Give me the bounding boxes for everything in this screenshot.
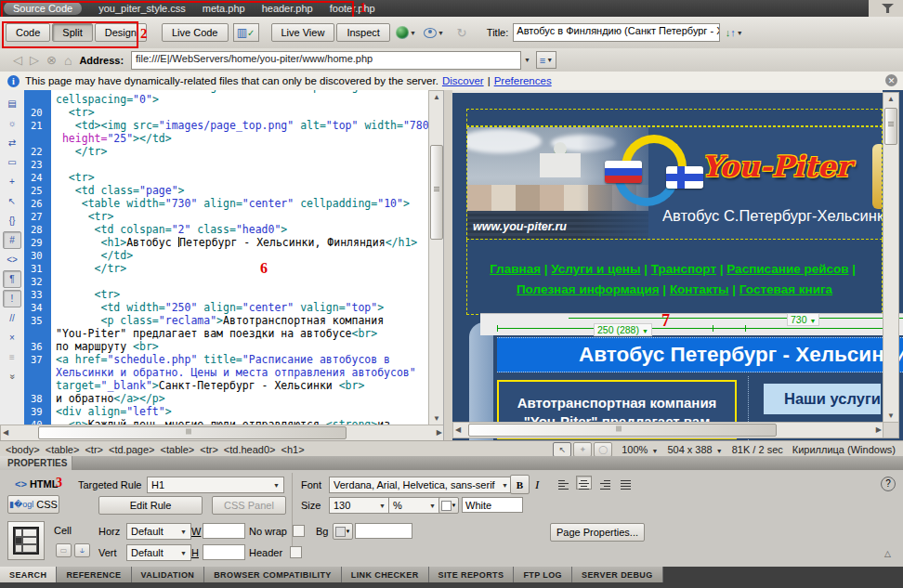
design-vertical-scrollbar[interactable]: ▲ ▼ [883, 92, 899, 424]
home-icon[interactable]: ⌂ [64, 53, 72, 68]
column-width-menu[interactable]: 250 (288) ▼ [594, 323, 652, 336]
bg-value-input[interactable] [355, 523, 412, 539]
collapse-full-tag-icon[interactable]: ⇄ [3, 134, 21, 151]
targeted-rule-select[interactable]: H1▼ [147, 477, 284, 493]
size-select[interactable]: 130▼ [329, 497, 390, 514]
file-get-put-icon[interactable]: ↓↑▼ [723, 23, 745, 42]
table-width-menu[interactable]: 730 ▼ [787, 313, 819, 326]
bg-color-swatch[interactable]: ▼ [333, 523, 353, 540]
collapse-selection-icon[interactable]: ▭ [3, 153, 21, 171]
code-text[interactable]: <td><img src="images/page_top.png" alt="… [51, 119, 428, 132]
panel-tab-link-checker[interactable]: LINK CHECKER [342, 567, 429, 582]
tag-selector-item[interactable]: <tr> [200, 444, 218, 455]
code-text[interactable]: cellspacing="0"> [51, 93, 159, 106]
split-cell-icon[interactable]: ⫝ [74, 543, 90, 557]
code-text[interactable]: Хельсинки и обратно. Цены и места отправ… [51, 366, 416, 379]
nav-link[interactable]: Контакты [670, 282, 729, 296]
design-view[interactable]: You-Piter Автобус С.Петербург-Хельсинки … [452, 90, 903, 440]
design-hscroll-thumb[interactable] [468, 424, 777, 437]
tag-selector-item[interactable]: <td.page> [109, 444, 155, 455]
code-text[interactable]: </tr> [51, 262, 126, 275]
tag-selector-item[interactable]: <table> [161, 444, 195, 455]
infobar-close-icon[interactable]: ✕ [885, 74, 897, 86]
code-text[interactable]: <tr> [51, 210, 113, 223]
align-center-icon[interactable] [576, 476, 592, 490]
nav-link[interactable]: Транспорт [651, 262, 716, 276]
code-text[interactable]: <td width="250" align="center" valign="t… [51, 301, 384, 314]
tag-selector-item[interactable]: <table> [46, 444, 80, 455]
help-icon[interactable]: ? [881, 477, 896, 491]
code-text[interactable] [51, 275, 56, 288]
window-size-select[interactable]: 504 x 388 ▼ [667, 444, 722, 455]
magnification-select[interactable]: 100% ▼ [622, 444, 658, 455]
design-scroll-thumb[interactable] [884, 108, 897, 145]
nav-link[interactable]: Полезная информация [517, 282, 660, 296]
design-horizontal-scrollbar[interactable]: ◀ ▶ [452, 422, 884, 438]
scroll-right-icon[interactable]: ▶ [437, 426, 442, 439]
expand-all-icon[interactable]: + [3, 173, 21, 190]
code-text[interactable]: <a href="schedule.php" title="Расписание… [51, 353, 390, 366]
zoom-tool-icon[interactable]: ◯ [594, 442, 612, 457]
nav-link[interactable]: Главная [490, 262, 541, 276]
code-text[interactable]: <p class="reclama">Автотранспортная комп… [51, 314, 384, 327]
align-justify-icon[interactable] [618, 476, 634, 490]
color-value-input[interactable]: White [462, 497, 523, 513]
code-text[interactable]: <tr> [51, 288, 120, 301]
highlight-invalid-code-icon[interactable]: <> [3, 251, 21, 268]
edit-rule-button[interactable]: Edit Rule [98, 496, 203, 515]
size-unit-select[interactable]: %▼ [388, 497, 440, 514]
forward-icon[interactable]: ▷ [30, 53, 39, 67]
scroll-up-icon[interactable]: ▲ [429, 91, 444, 104]
code-horizontal-scrollbar[interactable]: ◀ ▶ [0, 425, 445, 441]
merge-cells-icon[interactable]: ▭ [56, 543, 72, 557]
refresh-icon[interactable]: ↻ [451, 23, 473, 42]
address-dropdown-icon[interactable]: ▼ [524, 57, 530, 63]
tag-selector-item[interactable]: <body> [6, 444, 40, 455]
panel-tab-browser-compatibility[interactable]: BROWSER COMPATIBILITY [204, 567, 342, 582]
bold-button[interactable]: B [510, 475, 530, 494]
select-parent-tag-icon[interactable]: ↖ [3, 192, 21, 210]
scroll-up-icon[interactable]: ▲ [883, 93, 898, 106]
code-text[interactable]: height="25"></td> [51, 132, 172, 145]
inspect-button[interactable]: Inspect [336, 23, 389, 42]
code-text[interactable]: <td colspan="2" class="head0"> [51, 223, 287, 236]
browser-list-icon[interactable]: ≡▼ [536, 51, 556, 69]
code-text[interactable]: <h1>Автобус Петербург - Хельсинки, Финля… [51, 236, 417, 249]
tag-selector-item[interactable]: <td.head0> [224, 444, 276, 455]
remove-comment-icon[interactable]: × [3, 329, 21, 346]
code-scroll-thumb[interactable] [430, 145, 443, 240]
vert-select[interactable]: Default▼ [126, 544, 191, 561]
back-icon[interactable]: ◁ [13, 53, 22, 67]
scroll-right-icon[interactable]: ▶ [876, 424, 882, 437]
snippets-icon[interactable]: ☼ [3, 114, 21, 132]
select-tool-icon[interactable]: ↖ [553, 442, 571, 457]
services-box[interactable]: Наши услуги [764, 384, 881, 414]
live-view-button[interactable]: Live View [271, 23, 335, 42]
panel-tab-search[interactable]: SEARCH [0, 567, 57, 582]
nav-link[interactable]: Гостевая книга [739, 282, 832, 296]
code-text[interactable]: <p>Каждый день многие люди отправляются … [51, 418, 390, 425]
expand-chevron-icon[interactable]: » [4, 368, 21, 386]
stop-icon[interactable]: ⊗ [46, 53, 57, 67]
text-color-swatch[interactable]: ▼ [438, 497, 459, 514]
scroll-down-icon[interactable]: ▼ [883, 410, 898, 423]
hand-tool-icon[interactable]: ✦ [573, 442, 592, 457]
collapse-panel-icon[interactable]: △ [884, 549, 891, 558]
font-select[interactable]: Verdana, Arial, Helvetica, sans-serif▼ [329, 477, 513, 493]
preferences-link[interactable]: Preferences [494, 75, 552, 86]
balance-braces-icon[interactable]: {} [3, 212, 21, 229]
address-input[interactable]: file:///E|/WebServers/home/you-piter/www… [131, 51, 521, 70]
page-properties-button[interactable]: Page Properties... [550, 523, 645, 542]
scroll-down-icon[interactable]: ▼ [429, 412, 444, 425]
nav-link[interactable]: Расписание рейсов [726, 262, 848, 276]
syntax-error-alerts-icon[interactable]: ! [3, 290, 21, 307]
code-text[interactable]: <td class="page"> [51, 184, 185, 197]
italic-button[interactable]: I [535, 477, 539, 492]
width-input[interactable] [203, 523, 245, 539]
panel-tab-server-debug[interactable]: SERVER DEBUG [572, 567, 663, 582]
code-text[interactable]: target="_blank">Санкт-Петербург - Хельси… [51, 379, 364, 392]
word-wrap-icon[interactable]: ¶ [3, 270, 21, 288]
code-hscroll-thumb[interactable] [38, 426, 347, 439]
check-page-icon[interactable]: ▥✓ [233, 23, 259, 42]
scroll-left-icon[interactable]: ◀ [455, 424, 461, 437]
